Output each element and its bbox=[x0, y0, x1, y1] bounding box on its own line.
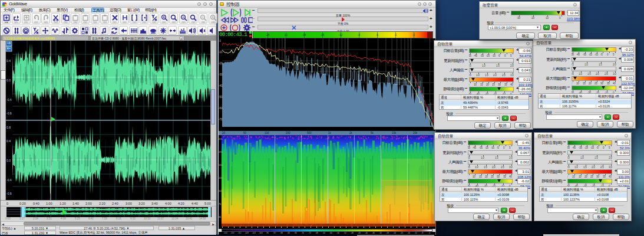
svg-text:0.4: 0.4 bbox=[6, 139, 11, 143]
svg-text:19k: 19k bbox=[219, 150, 222, 153]
svg-text:-0: -0 bbox=[219, 40, 221, 42]
svg-text:0.8: 0.8 bbox=[6, 126, 11, 129]
svg-text:0.4: 0.4 bbox=[6, 59, 11, 63]
svg-text:13k: 13k bbox=[219, 176, 222, 179]
svg-text:-0.4: -0.4 bbox=[6, 98, 12, 101]
svg-text:-0.4: -0.4 bbox=[6, 178, 12, 182]
svg-text:-60: -60 bbox=[219, 107, 223, 110]
svg-text:10k: 10k bbox=[219, 189, 222, 192]
svg-text:-10: -10 bbox=[219, 51, 223, 54]
svg-text:16k: 16k bbox=[219, 163, 222, 166]
svg-text:7k: 7k bbox=[219, 202, 221, 205]
svg-text:-30: -30 bbox=[219, 73, 223, 76]
svg-text:-50: -50 bbox=[219, 96, 223, 99]
svg-text:-70: -70 bbox=[219, 118, 223, 121]
svg-text:-40: -40 bbox=[219, 84, 223, 87]
svg-text:0.0: 0.0 bbox=[6, 159, 11, 162]
svg-text:22k: 22k bbox=[219, 137, 222, 140]
svg-text:-0.8: -0.8 bbox=[6, 112, 12, 115]
svg-text:4k: 4k bbox=[219, 215, 221, 218]
svg-text:-0.8: -0.8 bbox=[6, 192, 12, 195]
svg-text:-20: -20 bbox=[219, 62, 223, 65]
svg-text:0.0: 0.0 bbox=[6, 78, 11, 82]
